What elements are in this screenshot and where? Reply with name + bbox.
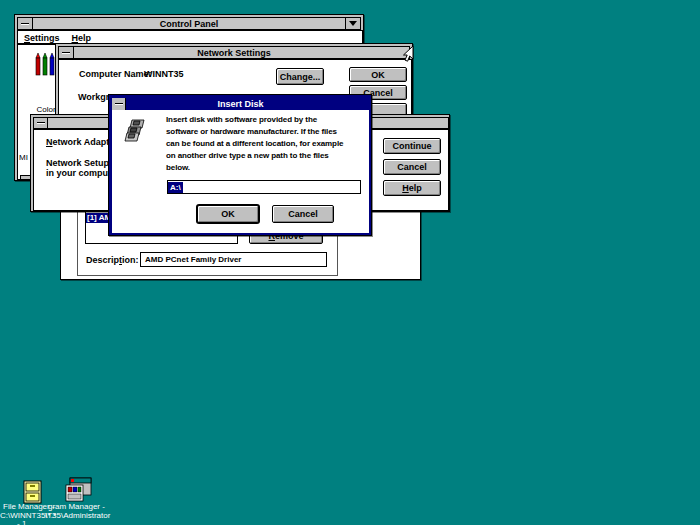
insert-disk-titlebar[interactable]: Insert Disk xyxy=(112,98,369,110)
system-menu-icon xyxy=(37,122,45,124)
control-panel-title: Control Panel xyxy=(160,19,219,29)
insert-disk-message-line3: can be found at a different location, fo… xyxy=(166,138,364,150)
clipped-icon-label: MI xyxy=(19,153,28,162)
insert-disk-system-menu[interactable] xyxy=(112,98,126,110)
insert-disk-title: Insert Disk xyxy=(217,99,263,109)
network-setup-system-menu[interactable] xyxy=(34,118,48,128)
menu-settings[interactable]: Settings xyxy=(18,31,66,43)
program-manager-label-line2: IT35\Administrator xyxy=(45,511,110,520)
insert-disk-message-line5: below. xyxy=(166,162,364,174)
insert-disk-cancel-button[interactable]: Cancel xyxy=(272,205,334,223)
disk-stack-icon xyxy=(123,117,149,143)
continue-button[interactable]: Continue xyxy=(383,138,441,154)
path-input[interactable]: A:\ xyxy=(167,180,361,194)
control-panel-titlebar[interactable]: Control Panel xyxy=(17,17,361,30)
computer-name-value: WINNT35 xyxy=(144,69,184,79)
network-adapter-label: Network Adapter xyxy=(46,137,118,147)
program-manager-icon[interactable] xyxy=(64,477,92,503)
description-field[interactable]: AMD PCnet Family Driver xyxy=(140,252,327,267)
insert-disk-message-line4: on another drive type a new path to the … xyxy=(166,150,364,162)
help-button[interactable]: Help xyxy=(383,180,441,196)
insert-disk-dialog: Insert Disk Insert disk with software pr… xyxy=(108,94,372,236)
insert-disk-message-line2: software or hardware manufacturer. If th… xyxy=(166,126,364,138)
control-panel-system-menu[interactable] xyxy=(18,18,33,29)
system-menu-icon xyxy=(115,103,123,105)
network-settings-system-menu[interactable] xyxy=(59,47,74,58)
file-manager-label-line1: File Manager - xyxy=(3,502,55,511)
menu-help[interactable]: Help xyxy=(66,31,98,43)
minimize-button[interactable] xyxy=(345,18,360,29)
change-button[interactable]: Change... xyxy=(276,68,324,85)
file-manager-icon[interactable] xyxy=(20,480,46,504)
file-manager-label-line3: - 1 xyxy=(17,519,26,525)
network-setup-message-line1: Network Setup n xyxy=(46,158,117,168)
system-menu-icon xyxy=(62,52,70,54)
network-settings-title: Network Settings xyxy=(197,48,271,58)
network-setup-cancel-button[interactable]: Cancel xyxy=(383,159,441,175)
path-input-selected-text: A:\ xyxy=(168,182,183,193)
network-settings-titlebar[interactable]: Network Settings xyxy=(58,46,410,59)
control-panel-menubar: Settings Help xyxy=(17,30,363,44)
program-manager-label-line1: gram Manager - xyxy=(48,502,105,511)
computer-name-label: Computer Name: xyxy=(79,69,152,79)
insert-disk-ok-button[interactable]: OK xyxy=(197,205,259,223)
insert-disk-message-line1: Insert disk with software provided by th… xyxy=(166,114,364,126)
network-settings-ok-button[interactable]: OK xyxy=(349,67,407,82)
insert-disk-message: Insert disk with software provided by th… xyxy=(166,114,364,174)
mouse-cursor xyxy=(400,45,414,63)
description-label: Description: xyxy=(86,255,139,265)
desktop: Control Panel Settings Help Color xyxy=(0,0,700,525)
minimize-icon xyxy=(349,21,357,26)
system-menu-icon xyxy=(21,23,29,25)
